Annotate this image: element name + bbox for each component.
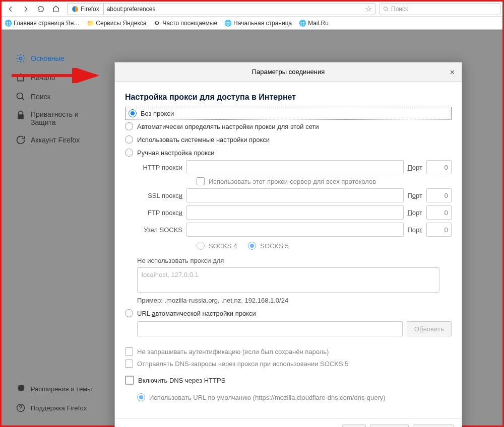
- radio-manual-proxy[interactable]: Ручная настройка прокси: [125, 146, 452, 159]
- dialog-body: Настройка прокси для доступа в Интернет …: [115, 82, 462, 418]
- port-label: Порт: [408, 209, 422, 217]
- socks-host-input[interactable]: [186, 223, 404, 237]
- cancel-button[interactable]: Отмена: [370, 424, 409, 428]
- socks-port-input[interactable]: [426, 223, 452, 237]
- use-for-all-checkbox-row[interactable]: Использовать этот прокси-сервер для всех…: [197, 177, 452, 185]
- checkbox-icon: [197, 177, 205, 185]
- firefox-icon: [72, 6, 79, 13]
- preferences-sidebar: Основные Начало Поиск Приватность и Защи…: [2, 30, 114, 425]
- socks-host-label: Узел SOCKS: [137, 226, 182, 234]
- sidebar-label: Поддержка Firefox: [31, 404, 87, 412]
- sidebar-item-privacy[interactable]: Приватность и Защита: [16, 106, 114, 130]
- radio-icon: [125, 122, 133, 130]
- radio-no-proxy[interactable]: Без прокси: [125, 107, 452, 120]
- reload-button[interactable]: Обновить: [407, 321, 452, 336]
- sidebar-label: Начало: [31, 74, 55, 82]
- ftp-proxy-input[interactable]: [186, 205, 404, 220]
- radio-label: Автоматически определять настройки прокс…: [137, 123, 319, 130]
- radio-icon: [125, 135, 133, 144]
- sidebar-item-account[interactable]: Аккаунт Firefox: [16, 130, 114, 150]
- bookmark-startpage[interactable]: 🌐Начальная страница: [224, 20, 292, 27]
- ssl-proxy-input[interactable]: [186, 188, 404, 202]
- bookmark-star-icon[interactable]: ☆: [362, 4, 375, 14]
- radio-icon: [248, 242, 256, 250]
- no-proxy-for-label: Не использовать прокси для: [137, 257, 452, 264]
- checkbox-no-auth[interactable]: Не запрашивать аутентификацию (если был …: [125, 345, 452, 358]
- radio-socks4[interactable]: SOCKS 4: [197, 242, 237, 250]
- folder-icon: 📁: [87, 20, 94, 27]
- search-icon: [383, 6, 389, 12]
- no-proxy-for-textarea[interactable]: localhost, 127.0.0.1: [137, 267, 439, 293]
- bookmark-frequent[interactable]: ⚙Часто посещаемые: [153, 20, 217, 27]
- ftp-port-input[interactable]: [426, 205, 452, 220]
- svg-point-1: [384, 7, 388, 10]
- ftp-proxy-label: FTP прокси: [137, 209, 182, 217]
- radio-socks5[interactable]: SOCKS 5: [248, 242, 288, 250]
- http-port-input[interactable]: [426, 160, 452, 174]
- auto-config-url-input[interactable]: [137, 321, 403, 336]
- radio-icon: [197, 242, 205, 250]
- checkbox-icon: [125, 347, 133, 355]
- dialog-title-bar: Параметры соединения ✕: [115, 62, 462, 82]
- identity-label: Firefox: [81, 6, 99, 13]
- help-icon: [16, 403, 26, 413]
- sidebar-item-search[interactable]: Поиск: [16, 87, 114, 106]
- radio-icon: [129, 109, 137, 117]
- close-button[interactable]: ✕: [448, 67, 457, 77]
- port-label: Порт: [408, 226, 423, 234]
- radio-auto-detect[interactable]: Автоматически определять настройки прокс…: [125, 120, 452, 133]
- radio-system-proxy[interactable]: Использовать системные настройки прокси: [125, 133, 452, 146]
- search-box[interactable]: Поиск: [380, 3, 500, 15]
- search-icon: [16, 92, 26, 102]
- sidebar-item-general[interactable]: Основные: [16, 49, 114, 68]
- http-proxy-label: HTTP прокси: [137, 164, 182, 171]
- ssl-port-input[interactable]: [426, 188, 452, 202]
- bookmarks-bar: 🌐Главная страница Ян… 📁Сервисы Яндекса ⚙…: [2, 17, 502, 30]
- ok-button[interactable]: ОК: [342, 424, 366, 428]
- sidebar-label: Аккаунт Firefox: [31, 136, 80, 144]
- port-label: Порт: [408, 164, 422, 171]
- sidebar-item-support[interactable]: Поддержка Firefox: [16, 398, 114, 417]
- radio-auto-config-url[interactable]: URL автоматической настройки прокси: [125, 309, 452, 317]
- sidebar-label: Приватность и Защита: [31, 110, 91, 126]
- home-button[interactable]: [49, 3, 63, 15]
- dialog-footer: ОК Отмена Справка: [115, 418, 462, 427]
- radio-label: URL автоматической настройки прокси: [137, 310, 256, 317]
- no-proxy-example: Пример: .mozilla-russia.org, .net.nz, 19…: [137, 297, 452, 304]
- port-label: Порт: [408, 192, 422, 199]
- sidebar-label: Расширения и темы: [31, 385, 92, 393]
- reload-button[interactable]: [34, 3, 48, 15]
- bookmark-yandex-home[interactable]: 🌐Главная страница Ян…: [5, 20, 80, 27]
- sidebar-item-addons[interactable]: Расширения и темы: [16, 379, 114, 398]
- checkbox-label: Использовать этот прокси-сервер для всех…: [209, 178, 376, 185]
- svg-point-3: [20, 57, 22, 60]
- forward-button[interactable]: [19, 3, 33, 15]
- lock-icon: [16, 110, 26, 120]
- gear-icon: [16, 53, 26, 63]
- radio-icon: [125, 309, 133, 317]
- checkbox-dns-socks5[interactable]: Отправлять DNS-запросы через прокси при …: [125, 358, 452, 370]
- checkbox-icon: [125, 376, 134, 385]
- url-text[interactable]: about:preferences: [104, 6, 362, 13]
- back-button[interactable]: [4, 3, 18, 15]
- sync-icon: [16, 135, 26, 145]
- browser-toolbar: Firefox about:preferences ☆ Поиск: [2, 2, 502, 17]
- checkbox-dns-https[interactable]: Включить DNS через HTTPS: [125, 374, 452, 387]
- site-identity[interactable]: Firefox: [68, 4, 104, 15]
- checkbox-label: Отправлять DNS-запросы через прокси при …: [137, 360, 348, 368]
- checkbox-label: Включить DNS через HTTPS: [138, 377, 225, 384]
- section-heading: Настройка прокси для доступа в Интернет: [125, 93, 452, 102]
- ssl-proxy-label: SSL прокси: [137, 192, 182, 199]
- sidebar-label: Основные: [31, 54, 64, 62]
- bookmark-yandex-services[interactable]: 📁Сервисы Яндекса: [87, 20, 146, 27]
- sidebar-item-home[interactable]: Начало: [16, 68, 114, 87]
- help-button[interactable]: Справка: [413, 424, 454, 428]
- checkbox-label: Не запрашивать аутентификацию (если был …: [137, 348, 329, 355]
- radio-label: Ручная настройка прокси: [137, 149, 215, 157]
- bookmark-mailru[interactable]: 🌐Mail.Ru: [299, 20, 329, 27]
- checkbox-icon: [125, 360, 133, 368]
- url-bar[interactable]: Firefox about:preferences ☆: [67, 3, 375, 15]
- radio-dns-default-url[interactable]: Использовать URL по умолчанию (https://m…: [137, 391, 452, 404]
- connection-settings-dialog: Параметры соединения ✕ Настройка прокси …: [114, 62, 462, 427]
- http-proxy-input[interactable]: [186, 160, 404, 174]
